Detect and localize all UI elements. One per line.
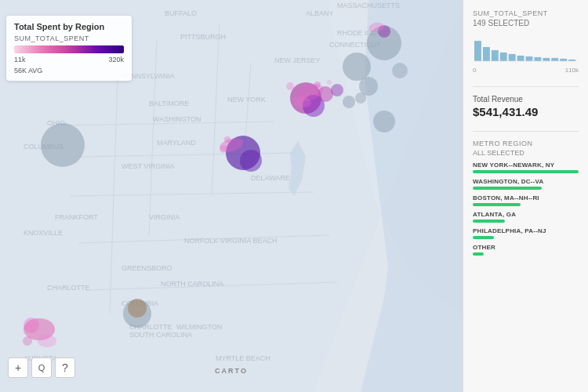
svg-rect-73 [509, 54, 516, 61]
metro-list-item[interactable]: OTHER [473, 244, 579, 256]
svg-text:PITTSBURGH: PITTSBURGH [180, 33, 226, 41]
metro-item-bar [473, 170, 579, 173]
metro-item-bar [473, 203, 521, 206]
legend-max-label: 320k [108, 56, 124, 64]
legend-min-label: 11k [14, 56, 26, 64]
metro-item-bar [473, 220, 505, 223]
metro-list-item[interactable]: NEW YORK--NEWARK, NY [473, 162, 579, 173]
metro-region-label: Metro Region [473, 140, 579, 147]
svg-text:FRANKFORT: FRANKFORT [55, 213, 98, 221]
svg-point-55 [314, 82, 321, 88]
svg-text:NORTH CAROLINA: NORTH CAROLINA [161, 280, 223, 288]
metro-bar-container: BOSTON, MA--NH--RI [473, 194, 579, 206]
zoom-in-button[interactable]: + [8, 358, 28, 378]
metro-bar-container: ATLANTA, GA [473, 211, 579, 223]
svg-point-58 [240, 150, 262, 172]
metro-item-bar [473, 187, 542, 190]
metro-item-name: WASHINGTON, DC--VA [473, 178, 579, 185]
svg-text:GREENSBORO: GREENSBORO [122, 264, 172, 272]
svg-rect-75 [526, 56, 533, 61]
mini-histogram [473, 32, 579, 64]
svg-point-61 [224, 136, 230, 143]
divider-1 [473, 86, 579, 87]
svg-point-50 [343, 96, 355, 108]
search-button[interactable]: Q [31, 358, 52, 378]
legend-avg: 56K AVG [14, 67, 124, 74]
svg-text:SOUTH CAROLINA: SOUTH CAROLINA [129, 331, 192, 339]
svg-text:NORFOLK·VIRGINIA BEACH: NORFOLK·VIRGINIA BEACH [184, 237, 278, 245]
svg-text:CHARLOTTE: CHARLOTTE [47, 284, 90, 292]
metro-item-bar [473, 236, 494, 239]
metro-items-container: NEW YORK--NEWARK, NY WASHINGTON, DC--VA … [473, 162, 579, 256]
svg-rect-77 [543, 58, 550, 61]
metro-bar-container: OTHER [473, 244, 579, 256]
svg-point-68 [128, 299, 147, 318]
svg-point-66 [38, 335, 56, 347]
map-controls: + Q ? [8, 358, 75, 378]
svg-text:MYRTLE BEACH: MYRTLE BEACH [216, 354, 270, 362]
histogram-min: 0 [473, 67, 476, 74]
svg-rect-70 [483, 47, 490, 61]
svg-point-49 [331, 84, 343, 96]
metro-item-bar [473, 252, 484, 256]
metro-item-name: BOSTON, MA--NH--RI [473, 194, 579, 201]
metro-list-item[interactable]: BOSTON, MA--NH--RI [473, 194, 579, 206]
field-name: sum_total_spent [473, 9, 579, 17]
svg-text:DELAWARE: DELAWARE [251, 174, 290, 182]
legend-labels: 11k 320k [14, 56, 124, 64]
metro-bar-container: PHILADELPHIA, PA--NJ [473, 227, 579, 239]
svg-text:NEW JERSEY: NEW JERSEY [274, 56, 321, 64]
revenue-label: Total Revenue [473, 95, 579, 103]
histogram-labels: 0 110k [473, 67, 579, 74]
revenue-value: $541,431.49 [473, 105, 579, 118]
revenue-section: Total Revenue $541,431.49 [473, 95, 579, 118]
svg-rect-78 [551, 58, 558, 61]
svg-rect-69 [474, 41, 481, 61]
metro-list-item[interactable]: ATLANTA, GA [473, 211, 579, 223]
metro-list-item[interactable]: PHILADELPHIA, PA--NJ [473, 227, 579, 239]
svg-text:KNOXVILLE: KNOXVILLE [24, 229, 63, 237]
svg-rect-76 [534, 57, 541, 61]
svg-rect-74 [517, 56, 524, 61]
svg-point-43 [373, 111, 395, 132]
svg-rect-79 [560, 59, 567, 61]
svg-point-45 [392, 63, 408, 78]
svg-text:MASSACHUSETTS: MASSACHUSETTS [337, 2, 400, 9]
map-legend: Total Spent by Region SUM_TOTAL_SPENT 11… [6, 16, 132, 81]
help-button[interactable]: ? [55, 358, 75, 378]
selected-count: 149 SELECTED [473, 19, 579, 27]
svg-point-54 [286, 82, 294, 90]
svg-point-41 [343, 53, 371, 81]
legend-subtitle: SUM_TOTAL_SPENT [14, 34, 124, 42]
svg-text:WEST VIRGINIA: WEST VIRGINIA [122, 162, 175, 170]
metro-item-name: OTHER [473, 244, 579, 251]
legend-title: Total Spent by Region [14, 22, 124, 31]
metro-item-name: ATLANTA, GA [473, 211, 579, 218]
metro-section: Metro Region ALL SELECTED NEW YORK--NEWA… [473, 140, 579, 256]
metro-list-item[interactable]: WASHINGTON, DC--VA [473, 178, 579, 190]
metro-bar-container: WASHINGTON, DC--VA [473, 178, 579, 190]
field-section: sum_total_spent 149 SELECTED [473, 9, 579, 74]
histogram-max: 110k [565, 67, 579, 74]
metro-item-name: PHILADELPHIA, PA--NJ [473, 227, 579, 234]
right-panel: sum_total_spent 149 SELECTED [463, 0, 588, 392]
metro-all-selected: ALL SELECTED [473, 149, 579, 157]
svg-text:BUFFALO: BUFFALO [165, 9, 197, 17]
svg-point-60 [220, 145, 227, 153]
svg-point-39 [41, 123, 85, 167]
carto-watermark: CARTO [215, 367, 248, 375]
metro-bar-container: NEW YORK--NEWARK, NY [473, 162, 579, 173]
svg-rect-72 [500, 53, 507, 61]
svg-point-67 [23, 336, 32, 346]
svg-point-65 [24, 318, 39, 333]
svg-text:ALBANY: ALBANY [306, 9, 334, 17]
divider-2 [473, 131, 579, 132]
svg-rect-71 [492, 50, 499, 61]
svg-point-51 [355, 93, 366, 103]
svg-point-56 [327, 80, 332, 85]
map-container[interactable]: OHIO PENNSYLVANIA MARYLAND WEST VIRGINIA… [0, 0, 463, 392]
svg-text:VIRGINIA: VIRGINIA [149, 213, 180, 221]
svg-text:NEW YORK: NEW YORK [227, 96, 266, 103]
svg-text:MARYLAND: MARYLAND [157, 139, 196, 147]
svg-rect-80 [568, 60, 575, 61]
